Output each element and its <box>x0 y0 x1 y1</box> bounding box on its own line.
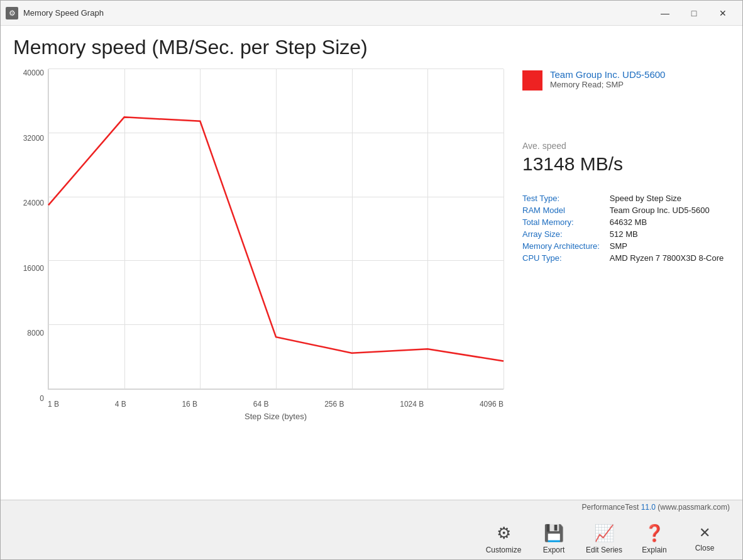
window-title: Memory Speed Graph <box>23 8 651 18</box>
export-icon: 💾 <box>544 524 564 543</box>
chart-area: 40000 32000 24000 16000 8000 0 <box>13 69 504 421</box>
explain-label: Explain <box>642 546 666 554</box>
edit-series-icon: 📈 <box>594 524 614 543</box>
customize-icon: ⚙ <box>497 524 511 543</box>
y-label-8000: 8000 <box>27 329 44 337</box>
legend-item: Team Group Inc. UD5-5600 Memory Read; SM… <box>522 69 730 91</box>
close-icon: ✕ <box>699 525 710 541</box>
chart-plot <box>48 69 504 390</box>
x-label-64b: 64 B <box>253 400 269 409</box>
legend-color-swatch <box>522 70 542 91</box>
info-key: RAM Model <box>522 206 600 215</box>
info-val: Speed by Step Size <box>610 194 730 203</box>
minimize-button[interactable]: — <box>651 1 680 26</box>
info-val: AMD Ryzen 7 7800X3D 8-Core <box>610 253 730 263</box>
x-label-256b: 256 B <box>324 400 344 409</box>
x-label-16b: 16 B <box>182 400 197 409</box>
app-icon: ⚙ <box>6 7 18 19</box>
footer-buttons: ⚙ Customize 💾 Export 📈 Edit Series ❓ Exp… <box>1 512 742 560</box>
explain-icon: ❓ <box>644 524 664 543</box>
content-area: Memory speed (MB/Sec. per Step Size) 400… <box>1 26 742 500</box>
ave-speed-label: Ave. speed <box>522 141 730 151</box>
chart-container: 40000 32000 24000 16000 8000 0 <box>13 69 504 500</box>
export-label: Export <box>543 546 565 554</box>
x-label-4b: 4 B <box>115 400 126 409</box>
close-label: Close <box>695 544 715 552</box>
ave-speed-value: 13148 MB/s <box>522 153 730 175</box>
info-key: Memory Architecture: <box>522 241 600 251</box>
passmark-credit: PerformanceTest 11.0 (www.passmark.com) <box>1 500 742 512</box>
version-number: 11.0 <box>641 503 656 512</box>
y-axis: 40000 32000 24000 16000 8000 0 <box>13 69 48 402</box>
chart-title: Memory speed (MB/Sec. per Step Size) <box>13 36 730 59</box>
x-label-4096b: 4096 B <box>480 400 504 409</box>
info-val: Team Group Inc. UD5-5600 <box>610 206 730 215</box>
titlebar: ⚙ Memory Speed Graph — □ ✕ <box>1 1 742 26</box>
y-label-40000: 40000 <box>23 69 44 77</box>
y-label-32000: 32000 <box>23 135 44 142</box>
info-key: CPU Type: <box>522 253 600 263</box>
customize-label: Customize <box>486 546 522 554</box>
edit-series-label: Edit Series <box>586 546 622 554</box>
legend-subtitle: Memory Read; SMP <box>550 80 665 89</box>
export-button[interactable]: 💾 Export <box>529 517 579 560</box>
main-area: 40000 32000 24000 16000 8000 0 <box>13 69 730 500</box>
legend-name: Team Group Inc. UD5-5600 <box>550 69 665 80</box>
explain-button[interactable]: ❓ Explain <box>629 517 680 560</box>
y-label-0: 0 <box>40 395 44 402</box>
main-window: ⚙ Memory Speed Graph — □ ✕ Memory speed … <box>0 0 743 560</box>
x-axis-title: Step Size (bytes) <box>48 412 504 421</box>
y-label-16000: 16000 <box>23 265 44 272</box>
maximize-button[interactable]: □ <box>680 1 708 26</box>
sidebar: Team Group Inc. UD5-5600 Memory Read; SM… <box>504 69 730 500</box>
info-val: 64632 MB <box>610 217 730 227</box>
y-label-24000: 24000 <box>23 199 44 207</box>
close-button[interactable]: ✕ Close <box>680 517 730 560</box>
chart-svg <box>48 69 504 389</box>
x-label-1024b: 1024 B <box>400 400 424 409</box>
footer-bar: PerformanceTest 11.0 (www.passmark.com) … <box>1 500 742 559</box>
info-key: Test Type: <box>522 194 600 203</box>
x-axis-labels: 1 B 4 B 16 B 64 B 256 B 1024 B 4096 B <box>48 400 504 409</box>
info-table: Test Type:Speed by Step SizeRAM ModelTea… <box>522 194 730 263</box>
memory-speed-line <box>48 117 504 361</box>
info-val: SMP <box>610 241 730 251</box>
info-key: Array Size: <box>522 229 600 239</box>
x-label-1b: 1 B <box>48 400 59 409</box>
info-key: Total Memory: <box>522 217 600 227</box>
customize-button[interactable]: ⚙ Customize <box>478 517 529 560</box>
edit-series-button[interactable]: 📈 Edit Series <box>579 517 629 560</box>
legend-text: Team Group Inc. UD5-5600 Memory Read; SM… <box>550 69 665 89</box>
window-controls: — □ ✕ <box>651 1 737 26</box>
info-val: 512 MB <box>610 229 730 239</box>
close-window-button[interactable]: ✕ <box>708 1 737 26</box>
